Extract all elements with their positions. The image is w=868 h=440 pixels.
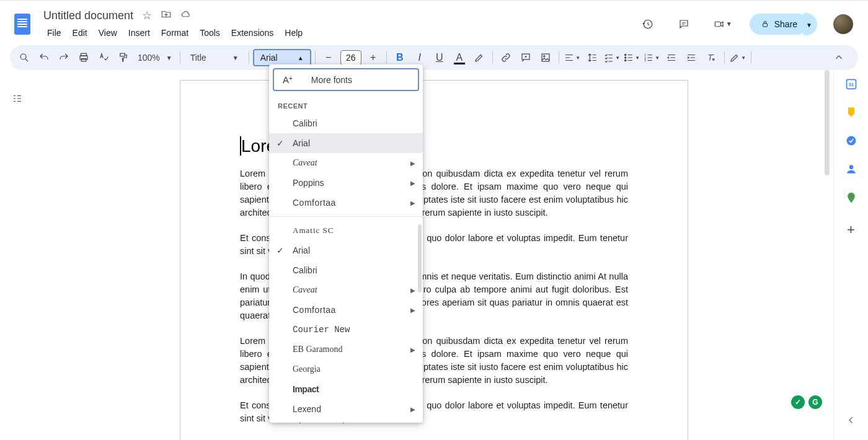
font-option-caveat[interactable]: Caveat▶ [269, 153, 423, 173]
share-button[interactable]: Share [750, 14, 808, 35]
expand-side-panel-icon[interactable] [846, 415, 857, 428]
svg-rect-8 [542, 54, 549, 61]
more-fonts-button[interactable]: A+ More fonts [273, 68, 419, 91]
redo-icon[interactable] [55, 48, 73, 67]
vertical-scrollbar[interactable] [825, 70, 830, 175]
menu-help[interactable]: Help [280, 25, 308, 40]
move-icon[interactable] [161, 9, 172, 23]
bulleted-list-dropdown[interactable]: ▼ [622, 48, 641, 67]
extension-badges: ✓ G [791, 395, 822, 409]
font-option-lexend[interactable]: Lexend▶ [269, 399, 423, 419]
check-icon: ✓ [277, 245, 284, 255]
highlight-button[interactable] [470, 48, 489, 67]
svg-point-2 [20, 54, 26, 59]
comments-icon[interactable] [671, 12, 696, 37]
check-icon: ✓ [277, 138, 284, 148]
font-family-dropdown[interactable]: Arial▲ [253, 49, 311, 66]
menu-view[interactable]: View [94, 25, 122, 40]
docs-logo[interactable] [10, 12, 35, 37]
search-icon[interactable] [15, 48, 33, 67]
decrease-indent-icon[interactable] [662, 48, 681, 67]
font-option-comfortaa[interactable]: Comfortaa▶ [269, 193, 423, 213]
font-label: Lexend [293, 404, 321, 414]
insert-image-icon[interactable] [536, 48, 555, 67]
font-option-caveat[interactable]: Caveat▶ [269, 280, 423, 300]
menu-format[interactable]: Format [156, 25, 193, 40]
page: Lorem Lorem ipsum dolor sit amet. Et por… [180, 80, 688, 440]
clear-formatting-icon[interactable] [702, 48, 720, 67]
paragraph-style-dropdown[interactable]: Title▼ [184, 53, 245, 63]
increase-indent-icon[interactable] [682, 48, 701, 67]
submenu-arrow-icon: ▶ [410, 346, 415, 353]
spellcheck-icon[interactable] [94, 48, 113, 67]
tasks-icon[interactable] [845, 134, 857, 147]
get-addons-icon[interactable]: + [845, 224, 857, 236]
font-option-georgia[interactable]: Georgia [269, 359, 423, 379]
font-option-arial[interactable]: ✓Arial [269, 240, 423, 260]
font-option-eb-garamond[interactable]: EB Garamond▶ [269, 340, 423, 359]
share-dropdown[interactable]: ▼ [804, 13, 817, 35]
font-label: Impact [293, 384, 319, 394]
svg-point-20 [849, 195, 852, 197]
svg-rect-1 [763, 23, 767, 26]
font-option-poppins[interactable]: Poppins▶ [269, 173, 423, 193]
user-avatar[interactable] [833, 14, 853, 34]
menu-tools[interactable]: Tools [195, 25, 225, 40]
svg-point-9 [543, 56, 544, 57]
calendar-icon[interactable]: 31 [845, 77, 857, 90]
text-color-button[interactable]: A [450, 48, 469, 67]
submenu-arrow-icon: ▶ [410, 307, 415, 314]
font-label: Comfortaa [293, 305, 336, 315]
paragraph[interactable]: In quod dolore ut autem autem qui quaera… [240, 438, 628, 440]
grammarly-icon[interactable]: G [808, 395, 822, 409]
extension-badge-1[interactable]: ✓ [791, 395, 805, 409]
collapse-toolbar-icon[interactable] [830, 48, 848, 67]
line-spacing-dropdown[interactable] [583, 48, 601, 67]
menu-insert[interactable]: Insert [123, 25, 155, 40]
cloud-status-icon[interactable] [180, 9, 192, 23]
svg-rect-0 [715, 22, 720, 27]
font-option-calibri[interactable]: Calibri [269, 260, 423, 280]
submenu-arrow-icon: ▶ [410, 200, 415, 206]
font-label: Arial [293, 245, 310, 255]
paint-format-icon[interactable] [114, 48, 133, 67]
font-option-arial[interactable]: ✓Arial [269, 133, 423, 153]
font-option-calibri[interactable]: Calibri [269, 113, 423, 133]
add-font-icon: A+ [283, 74, 293, 85]
checklist-dropdown[interactable]: ▼ [603, 48, 621, 67]
star-icon[interactable]: ☆ [142, 9, 152, 23]
keep-icon[interactable] [845, 106, 857, 118]
history-icon[interactable] [636, 12, 660, 37]
zoom-dropdown[interactable]: 100%▼ [134, 53, 176, 63]
svg-text:3: 3 [645, 59, 647, 62]
font-label: Amatic SC [293, 226, 334, 235]
menu-extensions[interactable]: Extensions [226, 25, 278, 40]
undo-icon[interactable] [35, 48, 53, 67]
show-outline-icon[interactable] [7, 89, 27, 108]
maps-icon[interactable] [845, 191, 857, 204]
font-option-comfortaa[interactable]: Comfortaa▶ [269, 300, 423, 320]
font-option-courier-new[interactable]: Courier New [269, 320, 423, 340]
meet-icon[interactable]: ▼ [707, 12, 738, 37]
font-option-amatic-sc[interactable]: Amatic SC [269, 221, 423, 240]
share-label: Share [774, 19, 797, 29]
font-option-impact[interactable]: Impact [269, 379, 423, 399]
menu-scrollbar[interactable] [418, 224, 422, 293]
submenu-arrow-icon: ▶ [410, 180, 415, 187]
underline-button[interactable]: U [430, 48, 449, 67]
document-title[interactable]: Untitled document [43, 9, 133, 22]
print-icon[interactable] [74, 48, 93, 67]
add-comment-icon[interactable] [516, 48, 535, 67]
editing-mode-dropdown[interactable]: ▼ [728, 48, 747, 67]
numbered-list-dropdown[interactable]: 123▼ [642, 48, 661, 67]
menu-file[interactable]: File [42, 25, 66, 40]
insert-link-icon[interactable] [497, 48, 515, 67]
document-canvas[interactable]: Lorem Lorem ipsum dolor sit amet. Et por… [35, 70, 833, 440]
contacts-icon[interactable] [845, 163, 857, 175]
align-dropdown[interactable]: ▼ [563, 48, 582, 67]
menu-edit[interactable]: Edit [68, 25, 92, 40]
svg-rect-6 [120, 53, 125, 56]
side-panel: 31 + [833, 70, 868, 440]
svg-point-11 [625, 57, 626, 58]
font-size-input[interactable] [340, 50, 361, 65]
